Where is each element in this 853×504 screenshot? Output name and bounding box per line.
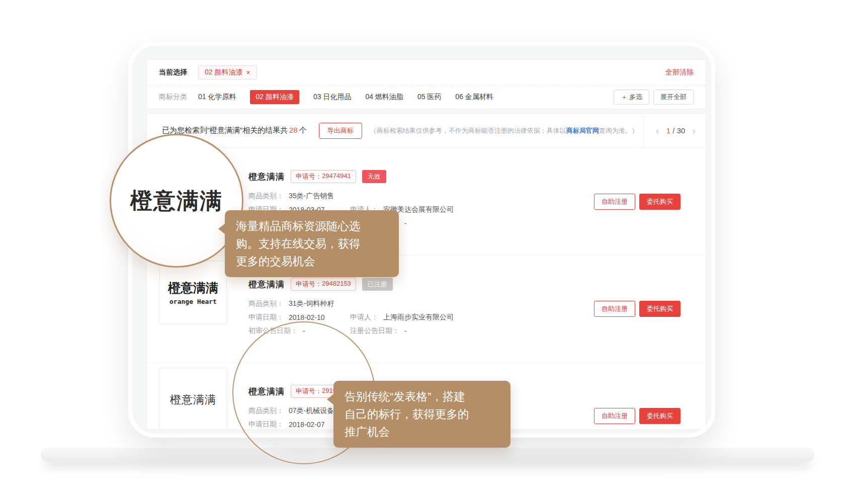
category-item-04[interactable]: 04 燃料油脂	[365, 93, 403, 102]
application-number-label: 申请号：	[296, 172, 322, 181]
first-pub-value: -	[303, 327, 305, 335]
promo-tooltip-marketplace: 海量精品商标资源随心选 购。支持在线交易，获得 更多的交易机会	[225, 210, 399, 277]
disclaimer-suffix: 查询为准。）	[599, 127, 638, 134]
category-label: 商标分类	[159, 93, 187, 102]
status-badge: 无效	[362, 170, 386, 183]
entrust-buy-button[interactable]: 委托购买	[639, 194, 680, 210]
next-page-icon[interactable]: ›	[692, 126, 696, 136]
status-badge: 已注册	[362, 278, 393, 291]
entrust-buy-button[interactable]: 委托购买	[639, 408, 680, 424]
category-item-01[interactable]: 01 化学原料	[198, 93, 236, 102]
filter-panel: 当前选择 02 颜料油漆 × 全部清除 商标分类 01 化学原料 02 颜料油漆…	[146, 59, 706, 109]
current-page: 1	[666, 126, 670, 135]
category-filter-row: 商标分类 01 化学原料 02 颜料油漆 03 日化用品 04 燃料油脂 05 …	[147, 86, 706, 108]
laptop-base	[41, 448, 814, 462]
category-item-03[interactable]: 03 日化用品	[313, 93, 351, 102]
category-item-05[interactable]: 05 医药	[417, 93, 441, 102]
disclaimer-prefix: （商标检索结果仅供参考，不作为商标能否注册的法律依据；具体以	[370, 127, 566, 134]
application-number-value: 29482153	[322, 280, 351, 289]
results-disclaimer: （商标检索结果仅供参考，不作为商标能否注册的法律依据；具体以商标局官网查询为准。…	[370, 126, 638, 135]
trademark-logo: 橙意满满 orange Heart	[159, 261, 227, 324]
total-pages: 30	[677, 126, 686, 135]
page-indicator: 1 / 30	[666, 126, 686, 135]
results-header: 已为您检索到“橙意满满”相关的结果共28个 导出商标 （商标检索结果仅供参考，不…	[147, 114, 706, 148]
trademark-logo-text: 橙意满满	[170, 392, 216, 407]
self-register-button[interactable]: 自助注册	[594, 194, 635, 210]
first-pub-label: 初审公告日期：	[248, 326, 298, 335]
current-selection-row: 当前选择 02 颜料油漆 × 全部清除	[147, 60, 706, 86]
category-field-value: 35类-广告销售	[289, 192, 334, 201]
magnified-trademark-text: 橙意满满	[130, 186, 223, 216]
trademark-office-link[interactable]: 商标局官网	[566, 127, 599, 134]
clear-all-link[interactable]: 全部清除	[665, 68, 694, 77]
category-field-value: 07类-机械设备	[289, 406, 334, 415]
row-actions: 自助注册 委托购买	[594, 301, 680, 317]
multi-select-button[interactable]: ＋ 多选	[614, 90, 649, 105]
applicant-label: 申请人：	[350, 313, 378, 322]
application-number-badge: 申请号：29474941	[291, 170, 356, 183]
expand-all-button[interactable]: 展开全部	[653, 90, 694, 105]
category-item-02-selected[interactable]: 02 颜料油漆	[250, 90, 299, 104]
results-count: 28	[288, 126, 299, 134]
category-field-label: 商品类别：	[248, 406, 284, 415]
category-list: 01 化学原料 02 颜料油漆 03 日化用品 04 燃料油脂 05 医药 06…	[198, 90, 493, 104]
trademark-name: 橙意满满	[248, 171, 285, 183]
pagination: ‹ 1 / 30 ›	[643, 114, 706, 147]
self-register-button[interactable]: 自助注册	[594, 301, 635, 317]
reg-pub-label: 注册公告日期：	[350, 326, 399, 335]
reg-pub-value: -	[404, 327, 407, 335]
category-item-06[interactable]: 06 金属材料	[455, 93, 493, 102]
row-actions: 自助注册 委托购买	[594, 194, 680, 210]
entrust-buy-button[interactable]: 委托购买	[639, 301, 680, 317]
row-actions: 自助注册 委托购买	[594, 408, 680, 424]
application-number-badge: 申请号：29482153	[291, 278, 356, 291]
page: 当前选择 02 颜料油漆 × 全部清除 商标分类 01 化学原料 02 颜料油漆…	[0, 0, 853, 504]
page-separator: /	[670, 126, 677, 135]
export-trademarks-button[interactable]: 导出商标	[319, 123, 362, 139]
apply-date-value: 2018-02-07	[289, 421, 325, 429]
trademark-name: 橙意满满	[248, 386, 285, 397]
remove-tag-icon[interactable]: ×	[246, 69, 250, 76]
trademark-name: 橙意满满	[248, 279, 285, 290]
application-number-label: 申请号：	[296, 280, 322, 289]
summary-unit: 个	[299, 126, 307, 134]
current-selection-label: 当前选择	[159, 68, 187, 77]
application-number-label: 申请号：	[296, 387, 322, 396]
apply-date-label: 申请日期：	[248, 420, 284, 429]
summary-prefix: 已为您检索到“橙意满满”相关的结果共	[162, 126, 288, 134]
category-field-label: 商品类别：	[248, 192, 284, 201]
trademark-logo-subtext: orange Heart	[169, 298, 217, 305]
category-field-label: 商品类别：	[248, 299, 284, 308]
reg-pub-value: -	[404, 219, 407, 227]
apply-date-label: 申请日期：	[248, 313, 284, 322]
trademark-logo-text: 橙意满满	[168, 280, 218, 296]
application-number-value: 29474941	[322, 172, 351, 181]
trademark-logo: 橙意满满	[159, 368, 227, 430]
self-register-button[interactable]: 自助注册	[594, 408, 635, 424]
prev-page-icon[interactable]: ‹	[656, 126, 659, 136]
category-field-value: 31类-饲料种籽	[289, 299, 334, 308]
promo-tooltip-storefront: 告别传统“发表格”，搭建 自己的标行，获得更多的 推广机会	[333, 381, 510, 448]
applicant-value: 上海雨步实业有限公司	[383, 313, 454, 322]
selected-filter-tag-text: 02 颜料油漆	[205, 68, 242, 77]
filter-actions: ＋ 多选 展开全部	[614, 90, 694, 105]
selected-filter-tag[interactable]: 02 颜料油漆 ×	[198, 65, 257, 79]
magnifier-circle-logo: 橙意满满	[110, 134, 243, 268]
apply-date-value: 2018-02-10	[289, 313, 325, 321]
